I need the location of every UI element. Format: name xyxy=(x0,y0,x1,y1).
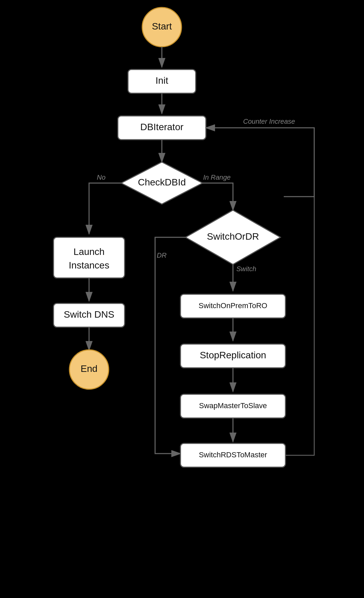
no-label: No xyxy=(97,174,106,181)
switchonpremtoro-label: SwitchOnPremToRO xyxy=(198,301,267,310)
init-label: Init xyxy=(155,75,168,86)
end-label: End xyxy=(81,363,98,374)
arrow-counter-increase xyxy=(206,128,314,197)
dbiterator-label: DBIterator xyxy=(140,122,184,132)
in-range-label: In Range xyxy=(203,174,231,181)
counter-increase-label: Counter Increase xyxy=(243,118,295,125)
switchordr-label: SwitchOrDR xyxy=(207,231,259,242)
arrow-checkdbid-switchordr xyxy=(202,183,233,210)
checkdbid-label: CheckDBId xyxy=(138,177,186,187)
switch-label: Switch xyxy=(236,265,256,273)
arrow-counter-loop xyxy=(285,197,314,455)
switchrdstomaster-label: SwitchRDSToMaster xyxy=(199,451,267,459)
start-label: Start xyxy=(152,21,172,32)
arrow-checkdbid-launch xyxy=(89,183,121,234)
dr-label: DR xyxy=(157,252,167,259)
swapmasterttoslave-label: SwapMasterToSlave xyxy=(199,401,267,410)
stopreplication-label: StopReplication xyxy=(199,350,266,360)
flowchart-diagram: Start Init DBIterator Counter Increase C… xyxy=(37,0,328,598)
switch-dns-label: Switch DNS xyxy=(64,309,114,320)
launch-instances-label: Launch xyxy=(73,246,105,257)
launch-instances-node xyxy=(53,237,125,278)
launch-instances-label2: Instances xyxy=(69,260,109,271)
